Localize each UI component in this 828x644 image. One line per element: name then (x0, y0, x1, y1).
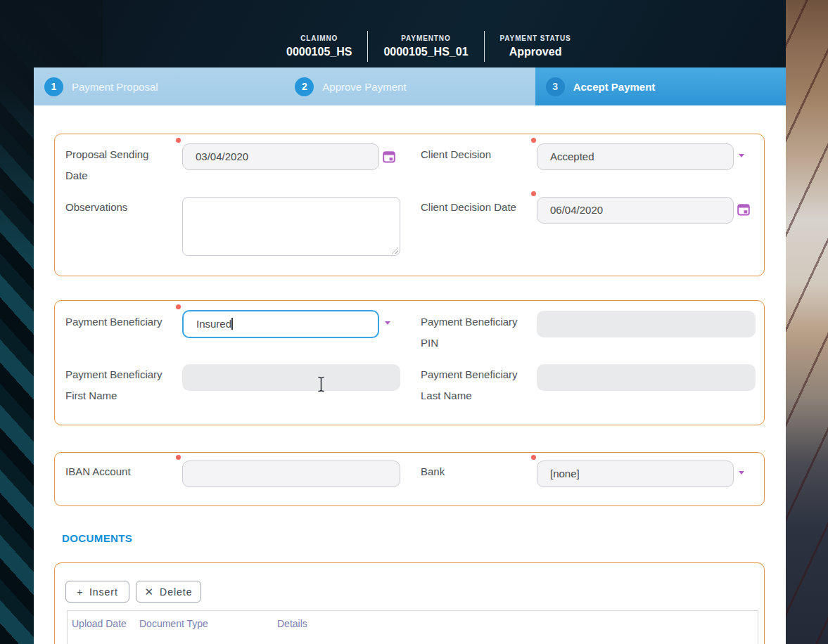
payment-beneficiary-pin-input (537, 311, 756, 337)
client-decision-date-input: 06/04/2020 (537, 197, 734, 224)
paymentno-field: PAYMENTNO 0000105_HS_01 (368, 30, 483, 63)
client-decision-date-label: Client Decision Date (421, 197, 533, 218)
proposal-sending-date-input: 03/04/2020 (182, 143, 379, 170)
step-2-label: Approve Payment (322, 81, 406, 93)
step-3-number-badge: 3 (546, 77, 565, 96)
insert-button-label: Insert (89, 586, 118, 598)
chevron-down-icon[interactable] (739, 154, 744, 157)
claimno-value: 0000105_HS (286, 46, 352, 58)
chevron-down-icon[interactable] (385, 321, 390, 325)
text-insertion-caret (231, 318, 233, 330)
wizard-step-accept-payment[interactable]: 3 Accept Payment (535, 67, 786, 105)
wizard-step-approve-payment[interactable]: 2 Approve Payment (284, 67, 535, 105)
client-decision-select: Accepted (537, 143, 734, 170)
bank-select[interactable]: [none] (537, 461, 734, 487)
calendar-icon[interactable] (737, 203, 750, 216)
paymentno-label: PAYMENTNO (401, 34, 450, 42)
documents-heading: DOCUMENTS (62, 532, 132, 544)
i-beam-cursor (317, 376, 326, 392)
x-icon: ✕ (144, 586, 153, 598)
plus-icon: + (77, 586, 83, 598)
claimno-field: CLAIMNO 0000105_HS (271, 30, 367, 63)
step-1-label: Payment Proposal (72, 81, 158, 93)
wizard-step-bar: 1 Payment Proposal 2 Approve Payment 3 A… (34, 67, 786, 105)
documents-table: Upload Date Document Type Details (67, 610, 758, 644)
payment-beneficiary-value: Insured (196, 318, 231, 330)
step-1-number-badge: 1 (44, 77, 63, 96)
required-indicator (531, 191, 536, 196)
client-decision-label: Client Decision (421, 144, 533, 165)
observations-textarea[interactable] (182, 197, 400, 256)
step-2-number-badge: 2 (295, 77, 314, 96)
payment-beneficiary-last-name-label: Payment Beneficiary Last Name (421, 364, 533, 406)
insert-button[interactable]: + Insert (65, 581, 129, 603)
proposal-sending-date-label: Proposal Sending Date (65, 144, 167, 186)
chevron-down-icon[interactable] (739, 471, 744, 475)
payment-status-field: PAYMENT STATUS Approved (485, 30, 587, 63)
required-indicator (531, 138, 536, 143)
column-header-upload-date[interactable]: Upload Date (72, 618, 139, 629)
calendar-icon[interactable] (383, 150, 395, 163)
wizard-step-payment-proposal[interactable]: 1 Payment Proposal (34, 67, 284, 105)
required-indicator (531, 455, 536, 460)
payment-status-label: PAYMENT STATUS (500, 34, 571, 42)
payment-beneficiary-pin-label: Payment Beneficiary PIN (421, 311, 533, 354)
payment-beneficiary-select[interactable]: Insured (182, 310, 379, 338)
required-indicator (176, 304, 181, 309)
payment-beneficiary-label: Payment Beneficiary (65, 311, 167, 333)
payment-beneficiary-last-name-input (537, 364, 756, 391)
delete-button[interactable]: ✕ Delete (136, 581, 201, 603)
paymentno-value: 0000105_HS_01 (383, 46, 468, 58)
observations-label: Observations (65, 197, 167, 218)
required-indicator (176, 138, 181, 143)
iban-account-label: IBAN Account (65, 461, 167, 482)
payment-beneficiary-first-name-label: Payment Beneficiary First Name (65, 364, 167, 406)
payment-beneficiary-first-name-input (182, 364, 400, 391)
bank-label: Bank (421, 461, 533, 482)
column-header-document-type[interactable]: Document Type (139, 618, 277, 629)
iban-account-input[interactable] (182, 461, 400, 487)
background-photo-right (786, 0, 828, 644)
payment-status-value: Approved (509, 46, 562, 58)
claim-info-header: CLAIMNO 0000105_HS PAYMENTNO 0000105_HS_… (271, 30, 587, 63)
claimno-label: CLAIMNO (300, 34, 338, 42)
delete-button-label: Delete (160, 586, 192, 598)
step-3-label: Accept Payment (573, 81, 656, 93)
column-header-details[interactable]: Details (277, 618, 307, 629)
required-indicator (176, 455, 181, 460)
documents-table-header-row: Upload Date Document Type Details (68, 611, 758, 629)
